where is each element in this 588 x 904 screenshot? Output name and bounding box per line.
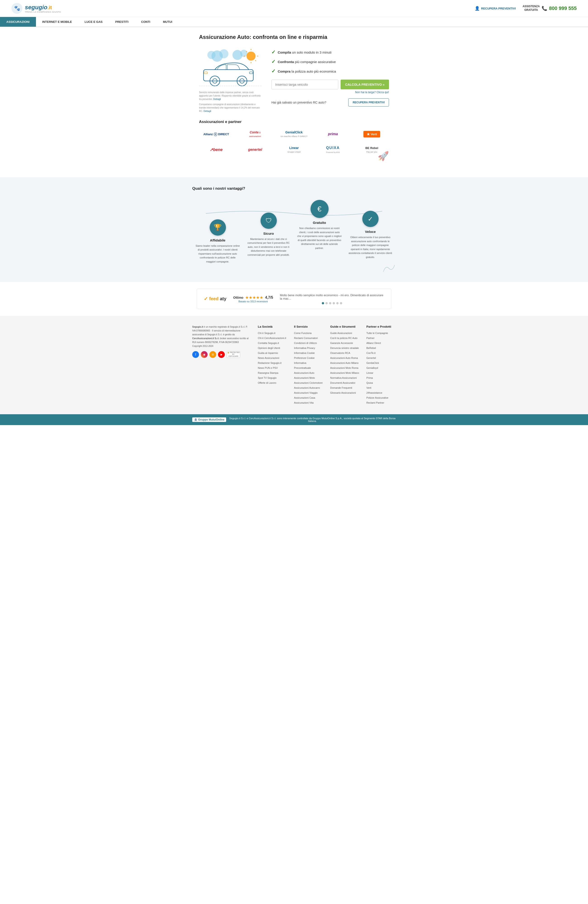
footer-grid: Segugio.it è un marchio registrato di Se…: [192, 325, 396, 405]
footer-link-assicurazioni-moto[interactable]: Assicurazioni Moto: [294, 375, 323, 380]
footer-link-auto-milano[interactable]: Assicurazioni Auto Milano: [330, 360, 360, 365]
footer-link-genialclick[interactable]: GenilaClick: [367, 360, 396, 365]
calcola-preventivo-button[interactable]: CALCOLA PREVENTIVO »: [341, 80, 389, 89]
partner-genialclick[interactable]: GenialClick Un marchio Allianz ® DIRECT: [277, 129, 311, 139]
logo[interactable]: 🐾 segugio .it TROVA LA COMPAGNIA GIUSTA: [11, 3, 61, 14]
footer-link-genertel[interactable]: Genertel: [367, 356, 396, 360]
rss-icon[interactable]: ⊞: [209, 351, 216, 358]
footer-link-guida[interactable]: Guida al risparmio: [258, 351, 287, 356]
dot-5[interactable]: [336, 302, 338, 304]
header: 🐾 segugio .it TROVA LA COMPAGNIA GIUSTA …: [0, 0, 588, 17]
veloce-icon: ✓: [362, 211, 379, 227]
footer-link-spot[interactable]: Spot TV Segugio: [258, 375, 287, 380]
footer-link-domande[interactable]: Domande Frequenti: [330, 385, 360, 390]
footer-link-preferenze-cookie[interactable]: Preferenze Cookie: [294, 356, 323, 360]
social-icons: f ◉ ⊞ ▶ 🔒 PROTECTED BYCOPYSCAPE: [192, 351, 251, 358]
feedaty-section: ✓ feedaty Ottimo ★★★★★ 4,7/5 Basato su 3…: [197, 289, 391, 309]
footer-link-news[interactable]: News Assicurazioni: [258, 356, 287, 360]
footer-link-condizioni[interactable]: Condizioni di Utilizzo: [294, 341, 323, 346]
footer-link-moto-roma[interactable]: Assicurazioni Moto Roma: [330, 365, 360, 370]
gruppo-logo: 🏦 Gruppo MutuiOnline: [192, 417, 226, 422]
footer-col-societa-title: La Società: [258, 325, 287, 328]
footer-link-ciclomotore[interactable]: Assicurazioni Ciclomotore: [294, 380, 323, 385]
footer-link-auto-roma[interactable]: Assicurazioni Auto Roma: [330, 356, 360, 360]
partner-verti[interactable]: ★ Verti: [355, 129, 389, 139]
footer-link-guide-ass[interactable]: Guide Assicurazioni: [330, 330, 360, 335]
footer-link-glossario[interactable]: Glossario Assicurazioni: [330, 390, 360, 395]
logo-text: segugio: [25, 4, 47, 11]
footer-link-tutte-compagnie[interactable]: Tutte le Compagnie Partner: [367, 330, 396, 341]
footer-link-viaggio[interactable]: Assicurazioni Viaggio: [294, 390, 323, 395]
targa-input[interactable]: [271, 80, 338, 89]
footer-link-reclami-partner[interactable]: Reclami Partner: [367, 400, 396, 405]
footer-link-chi-segugio[interactable]: Chi è Segugio.it: [258, 330, 287, 335]
dot-4[interactable]: [333, 302, 335, 304]
vantaggio-gratuito: € Gratuito Non chiediamo commissioni ai …: [297, 200, 342, 250]
footer-link-berebel[interactable]: BeRebel: [367, 346, 396, 351]
footer-link-denuncia[interactable]: Denuncia sinistro stradale: [330, 346, 360, 351]
footer-link-cookie[interactable]: Informativa Cookie: [294, 351, 323, 356]
footer-link-precontrattuale[interactable]: Informativa Precontrattuale: [294, 360, 323, 370]
dettagli-link-1[interactable]: Dettagli: [213, 98, 221, 100]
nav-item-conti[interactable]: CONTI: [135, 17, 156, 27]
footer-link-normativa[interactable]: Normativa Assicurazioni: [330, 375, 360, 380]
partner-conte[interactable]: Conte.it assicurazioni: [238, 129, 272, 139]
nav-item-mutui[interactable]: MUTUI: [156, 17, 179, 27]
check-icon-3: ✓: [271, 68, 275, 74]
nav-item-internet-mobile[interactable]: INTERNET E MOBILE: [36, 17, 78, 27]
dot-3[interactable]: [329, 302, 331, 304]
footer-link-lavoro[interactable]: Offerte di Lavoro: [258, 380, 287, 385]
sicuro-icon: 🛡: [261, 213, 277, 229]
footer-link-autocarro[interactable]: Assicurazioni Autocarro: [294, 385, 323, 390]
footer-link-verti[interactable]: Verti: [367, 385, 396, 390]
facebook-icon[interactable]: f: [192, 351, 199, 358]
footer-link-prima[interactable]: Prima: [367, 375, 396, 380]
recupera-preventivi-link[interactable]: 👤 RECUPERA PREVENTIVI: [475, 6, 515, 11]
no-targa-link[interactable]: Non hai la targa? Clicca qui!: [271, 91, 389, 94]
footer-link-garanzie[interactable]: Garanzie Accessorie: [330, 341, 360, 346]
partner-prima[interactable]: prima: [316, 130, 350, 138]
footer-link-conte[interactable]: ConTe.it: [367, 351, 396, 356]
dot-2[interactable]: [326, 302, 328, 304]
footer-link-contatta[interactable]: Contatta Segugio.it: [258, 341, 287, 346]
nav-item-luce-gas[interactable]: LUCE E GAS: [78, 17, 109, 27]
footer-link-privacy[interactable]: Informativa Privacy: [294, 346, 323, 351]
affidabile-desc: Siamo leader nella comparazione online d…: [195, 244, 240, 264]
footer-link-osservatorio[interactable]: Osservatorio RCA: [330, 351, 360, 356]
footer-link-allianz-direct[interactable]: Allianz Direct: [367, 341, 396, 346]
footer-link-rassegna[interactable]: Rassegna Stampa: [258, 370, 287, 375]
dot-1[interactable]: [322, 302, 324, 304]
footer-link-24hassistance[interactable]: 24hassistance: [367, 390, 396, 395]
footer-col-guide: Guide e Strumenti Guide Assicurazioni Co…: [330, 325, 360, 405]
footer-link-casa[interactable]: Assicurazioni Casa: [294, 395, 323, 400]
nav-item-prestiti[interactable]: PRESTITI: [109, 17, 135, 27]
nav-item-assicurazioni[interactable]: ASSICURAZIONI: [0, 17, 36, 27]
instagram-icon[interactable]: ◉: [201, 351, 208, 358]
footer-link-assicurazioni-auto[interactable]: Assicurazioni Auto: [294, 370, 323, 375]
footer-link-news-pun[interactable]: News PUN e PSV: [258, 365, 287, 370]
user-icon: 👤: [475, 6, 480, 11]
footer-link-quixa[interactable]: Quixa: [367, 380, 396, 385]
footer-link-documenti[interactable]: Documenti Assicurativi: [330, 380, 360, 385]
footer-link-reclami[interactable]: Reclami Consumatori: [294, 335, 323, 341]
vantaggio-sicuro: 🛡 Sicuro Manteniamo al sicuro i dati che…: [246, 213, 291, 257]
footer-link-genialloyd[interactable]: Genialloyd: [367, 365, 396, 370]
footer-link-polizze[interactable]: Polizze Assicurative: [367, 395, 396, 400]
footer-link-chi-cercassicurazioni[interactable]: Chi è CercAssicurazioni.it: [258, 335, 287, 341]
footer-link-vita[interactable]: Assicurazioni Vita: [294, 400, 323, 405]
footer-link-opinioni[interactable]: Opinioni degli Utenti: [258, 346, 287, 351]
footer-col-partner-links: Tutte le Compagnie Partner Allianz Direc…: [367, 330, 396, 405]
footer-link-moto-milano[interactable]: Assicurazioni Moto Milano: [330, 370, 360, 375]
partner-allianz[interactable]: Allianz ® DIRECT: [199, 130, 233, 138]
dot-6[interactable]: [340, 302, 342, 304]
recupera-preventivi-button[interactable]: RECUPERA PREVENTIVI: [348, 98, 389, 106]
footer-link-redazione[interactable]: Redazione Segugio.it: [258, 360, 287, 365]
phone-number[interactable]: 800 999 555: [549, 5, 577, 11]
logo-subtitle: TROVA LA COMPAGNIA GIUSTA: [25, 11, 61, 13]
dettagli-link-2[interactable]: Dettagli: [204, 110, 211, 112]
youtube-icon[interactable]: ▶: [218, 351, 225, 358]
footer-link-polizza-rc[interactable]: Cos'è la polizza RC Auto: [330, 335, 360, 341]
footer-link-linear[interactable]: Linear: [367, 370, 396, 375]
footer-link-come-funziona[interactable]: Come Funziona: [294, 330, 323, 335]
footer-col-partner-title: Partner e Prodotti: [367, 325, 396, 328]
